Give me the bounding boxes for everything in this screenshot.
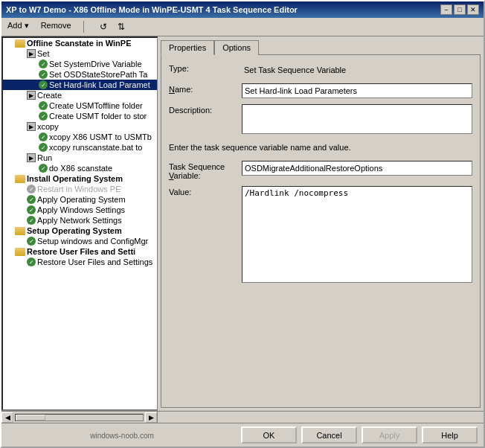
toolbar-move-icon[interactable]: ⇅ — [114, 19, 129, 34]
variable-input[interactable] — [242, 161, 472, 176]
tree-item-label: xcopy runscanstate.bat to — [49, 143, 142, 152]
menu-separator — [83, 21, 84, 33]
minimize-button[interactable]: − — [440, 4, 452, 15]
value-row: Value: — [169, 186, 472, 400]
tree-group-set[interactable]: ▶ Set — [3, 48, 157, 59]
add-menu[interactable]: Add ▾ — [4, 19, 32, 34]
tree-item-create-usmt-store[interactable]: ✓ Create USMT folder to stor — [3, 111, 157, 121]
variable-label: Task Sequence Variable: — [169, 161, 236, 180]
scroll-track — [15, 414, 144, 421]
tree-item-label: Setup windows and ConfigMgr — [37, 237, 148, 246]
type-row: Type: — [169, 63, 472, 77]
description-input[interactable] — [242, 104, 472, 134]
tree-item-do-x86-scanstate[interactable]: ✓ do X86 scanstate — [3, 163, 157, 173]
title-bar: XP to W7 Demo - X86 Offline Mode in WinP… — [1, 1, 484, 18]
name-row: Name: — [169, 83, 472, 98]
step-group-icon: ▶ — [27, 91, 36, 100]
folder-icon — [15, 227, 25, 235]
tree-item-set-osdstate[interactable]: ✓ Set OSDStateStorePath Ta — [3, 69, 157, 80]
tree-item-label: Restore User Files and Settings — [37, 257, 152, 266]
tree-group-restore-user[interactable]: Restore User Files and Setti — [3, 246, 157, 257]
remove-menu[interactable]: Remove — [38, 19, 74, 34]
tree-item-label: Restore User Files and Setti — [27, 247, 135, 256]
check-icon: ✓ — [27, 195, 36, 204]
tree-item-setup-windows-configmgr[interactable]: ✓ Setup windows and ConfigMgr — [3, 236, 157, 246]
tab-options[interactable]: Options — [214, 40, 259, 55]
check-icon: ✓ — [39, 112, 48, 121]
apply-button[interactable]: Apply — [362, 426, 417, 444]
value-label: Value: — [169, 186, 236, 196]
cancel-button[interactable]: Cancel — [301, 426, 357, 444]
description-label: Description: — [169, 104, 236, 115]
toolbar: ↺ ⇅ — [93, 19, 132, 34]
tree-item-apply-net-settings[interactable]: ✓ Apply Network Settings — [3, 215, 157, 225]
tree-group-xcopy[interactable]: ▶ xcopy — [3, 121, 157, 132]
watermark-area: windows-noob.com — [7, 431, 237, 440]
check-icon: ✓ — [39, 80, 48, 89]
tree-item-label: Create — [37, 91, 62, 100]
tree-item-set-hardlink[interactable]: ✓ Set Hard-link Load Paramet — [3, 80, 157, 90]
toolbar-refresh-icon[interactable]: ↺ — [96, 19, 111, 34]
name-input[interactable] — [242, 83, 472, 98]
tree-item-label: xcopy X86 USMT to USMTb — [49, 132, 152, 141]
tree-group-create[interactable]: ▶ Create — [3, 90, 157, 100]
tree-group-offline-scanstate[interactable]: Offline Scanstate in WinPE — [3, 38, 157, 48]
tree-item-set-systemdrive[interactable]: ✓ Set SystemDrive Variable — [3, 59, 157, 69]
tree-item-label: do X86 scanstate — [49, 164, 112, 173]
right-panel: Properties Options Type: Name: — [158, 36, 484, 411]
tree-group-setup-os[interactable]: Setup Operating System — [3, 225, 157, 236]
tree-item-label: Install Operating System — [27, 174, 123, 183]
check-icon: ✓ — [39, 101, 48, 110]
check-icon: ✓ — [27, 216, 36, 225]
help-button[interactable]: Help — [422, 426, 478, 444]
scroll-left-btn[interactable]: ◀ — [1, 412, 13, 423]
tree-item-label: Create USMT folder to stor — [49, 112, 147, 121]
menu-bar: Add ▾ Remove ↺ ⇅ — [1, 18, 484, 36]
description-row: Description: — [169, 104, 472, 134]
tab-properties[interactable]: Properties — [161, 40, 214, 55]
check-icon: ✓ — [27, 205, 36, 214]
check-icon-disabled: ✓ — [27, 185, 36, 193]
content-area: Offline Scanstate in WinPE ▶ Set ✓ Set S… — [1, 36, 484, 411]
value-input[interactable] — [242, 186, 472, 283]
tree-item-label: Offline Scanstate in WinPE — [27, 39, 131, 48]
tree-item-label: Setup Operating System — [27, 226, 122, 235]
step-group-icon: ▶ — [27, 49, 36, 58]
tree-item-xcopy-x86[interactable]: ✓ xcopy X86 USMT to USMTb — [3, 132, 157, 142]
type-input[interactable] — [242, 63, 472, 77]
horizontal-scrollbar[interactable]: ◀ ▶ — [1, 412, 158, 423]
tree-group-install-os[interactable]: Install Operating System — [3, 173, 157, 184]
tree-group-run[interactable]: ▶ Run — [3, 153, 157, 163]
tree-item-apply-win-settings[interactable]: ✓ Apply Windows Settings — [3, 205, 157, 215]
check-icon: ✓ — [39, 143, 48, 152]
folder-icon — [15, 39, 25, 48]
tree-item-label: Set SystemDrive Variable — [49, 60, 142, 68]
tree-item-label: Apply Windows Settings — [37, 205, 125, 214]
main-window: XP to W7 Demo - X86 Offline Mode in WinP… — [0, 0, 485, 448]
check-icon: ✓ — [39, 70, 48, 79]
tree-item-apply-os[interactable]: ✓ Apply Operating System — [3, 194, 157, 205]
tree-item-xcopy-runscanstate[interactable]: ✓ xcopy runscanstate.bat to — [3, 142, 157, 153]
tree-item-label: Create USMToffline folder — [49, 101, 143, 110]
close-button[interactable]: ✕ — [467, 4, 479, 15]
maximize-button[interactable]: □ — [454, 4, 466, 15]
check-icon: ✓ — [27, 237, 36, 246]
scroll-right-btn[interactable]: ▶ — [145, 412, 157, 423]
check-icon: ✓ — [39, 60, 48, 68]
folder-icon — [15, 175, 25, 183]
tree-item-label: Apply Network Settings — [37, 216, 122, 225]
ok-button[interactable]: OK — [241, 426, 297, 444]
variable-row: Task Sequence Variable: — [169, 161, 472, 180]
tab-content: Type: Name: Description: Enter the task — [161, 54, 481, 408]
tree-item-label: Set Hard-link Load Paramet — [49, 80, 150, 89]
tree-item-restart-winpe[interactable]: ✓ Restart in Windows PE — [3, 184, 157, 194]
tree-item-create-usmt-offline[interactable]: ✓ Create USMToffline folder — [3, 100, 157, 111]
step-group-icon: ▶ — [27, 153, 36, 162]
scroll-thumb[interactable] — [16, 415, 45, 420]
step-group-icon: ▶ — [27, 122, 36, 131]
watermark-text: windows-noob.com — [89, 431, 155, 441]
check-icon: ✓ — [27, 257, 36, 266]
tree-item-restore-user-step[interactable]: ✓ Restore User Files and Settings — [3, 257, 157, 267]
check-icon: ✓ — [39, 132, 48, 141]
tree-item-label: xcopy — [37, 122, 59, 131]
